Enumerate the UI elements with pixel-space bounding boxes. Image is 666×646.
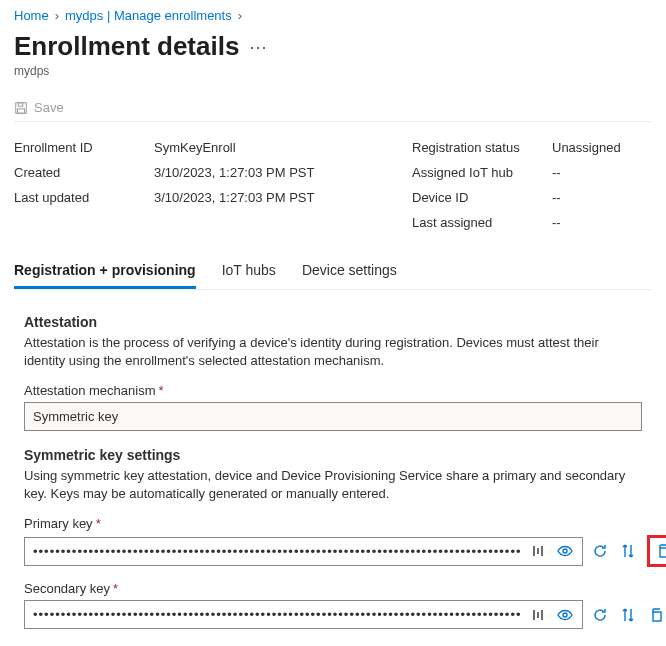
attestation-heading: Attestation — [24, 314, 642, 330]
detail-label: Registration status — [412, 140, 552, 155]
swap-keys-icon[interactable] — [619, 606, 637, 624]
detail-value: -- — [552, 165, 652, 180]
primary-key-row: ••••••••••••••••••••••••••••••••••••••••… — [24, 535, 642, 567]
detail-label: Last assigned — [412, 215, 552, 230]
svg-rect-6 — [653, 612, 661, 621]
show-password-icon[interactable] — [556, 542, 574, 560]
multiline-toggle-icon[interactable] — [530, 542, 548, 560]
breadcrumb: Home › mydps | Manage enrollments › — [14, 8, 652, 23]
svg-point-5 — [563, 613, 567, 617]
save-button[interactable]: Save — [34, 100, 64, 115]
detail-value: Unassigned — [552, 140, 652, 155]
regenerate-key-icon[interactable] — [591, 542, 609, 560]
primary-key-input[interactable]: ••••••••••••••••••••••••••••••••••••••••… — [25, 538, 530, 565]
swap-keys-icon[interactable] — [619, 542, 637, 560]
detail-label: Assigned IoT hub — [412, 165, 552, 180]
attestation-description: Attestation is the process of verifying … — [24, 334, 642, 369]
breadcrumb-manage-enrollments[interactable]: mydps | Manage enrollments — [65, 8, 232, 23]
detail-label: Last updated — [14, 190, 154, 205]
tab-iot-hubs[interactable]: IoT hubs — [222, 254, 276, 289]
copy-primary-key-highlight — [647, 535, 666, 567]
chevron-right-icon: › — [238, 8, 242, 23]
primary-key-input-wrap: ••••••••••••••••••••••••••••••••••••••••… — [24, 537, 583, 566]
detail-label: Device ID — [412, 190, 552, 205]
symkey-description: Using symmetric key attestation, device … — [24, 467, 642, 502]
attestation-section: Attestation Attestation is the process o… — [14, 314, 652, 629]
svg-rect-1 — [18, 102, 22, 106]
breadcrumb-home[interactable]: Home — [14, 8, 49, 23]
tab-device-settings[interactable]: Device settings — [302, 254, 397, 289]
svg-rect-4 — [660, 548, 666, 557]
tab-registration-provisioning[interactable]: Registration + provisioning — [14, 254, 196, 289]
detail-value: 3/10/2023, 1:27:03 PM PST — [154, 165, 412, 180]
attestation-mechanism-field[interactable]: Symmetric key — [24, 402, 642, 431]
required-asterisk: * — [113, 581, 118, 596]
tabs: Registration + provisioning IoT hubs Dev… — [14, 254, 652, 290]
show-password-icon[interactable] — [556, 606, 574, 624]
detail-label: Created — [14, 165, 154, 180]
attestation-mechanism-label: Attestation mechanism* — [24, 383, 642, 398]
svg-rect-2 — [18, 108, 25, 112]
secondary-key-row: ••••••••••••••••••••••••••••••••••••••••… — [24, 600, 642, 629]
page-title: Enrollment details — [14, 31, 239, 62]
more-actions-button[interactable]: ⋯ — [249, 36, 267, 58]
required-asterisk: * — [159, 383, 164, 398]
detail-value: SymKeyEnroll — [154, 140, 412, 155]
secondary-key-input-wrap: ••••••••••••••••••••••••••••••••••••••••… — [24, 600, 583, 629]
secondary-key-label: Secondary key* — [24, 581, 642, 596]
required-asterisk: * — [96, 516, 101, 531]
svg-point-3 — [563, 549, 567, 553]
save-icon — [14, 101, 28, 115]
chevron-right-icon: › — [55, 8, 59, 23]
regenerate-key-icon[interactable] — [591, 606, 609, 624]
details-grid: Enrollment ID SymKeyEnroll Registration … — [14, 122, 652, 254]
symkey-heading: Symmetric key settings — [24, 447, 642, 463]
detail-label: Enrollment ID — [14, 140, 154, 155]
toolbar: Save — [14, 94, 652, 122]
detail-value: -- — [552, 215, 652, 230]
detail-value: -- — [552, 190, 652, 205]
page-subtitle: mydps — [14, 64, 652, 78]
secondary-key-input[interactable]: ••••••••••••••••••••••••••••••••••••••••… — [25, 601, 530, 628]
primary-key-label: Primary key* — [24, 516, 642, 531]
copy-primary-key-button[interactable] — [654, 542, 666, 560]
detail-value: 3/10/2023, 1:27:03 PM PST — [154, 190, 412, 205]
copy-secondary-key-button[interactable] — [647, 606, 665, 624]
multiline-toggle-icon[interactable] — [530, 606, 548, 624]
